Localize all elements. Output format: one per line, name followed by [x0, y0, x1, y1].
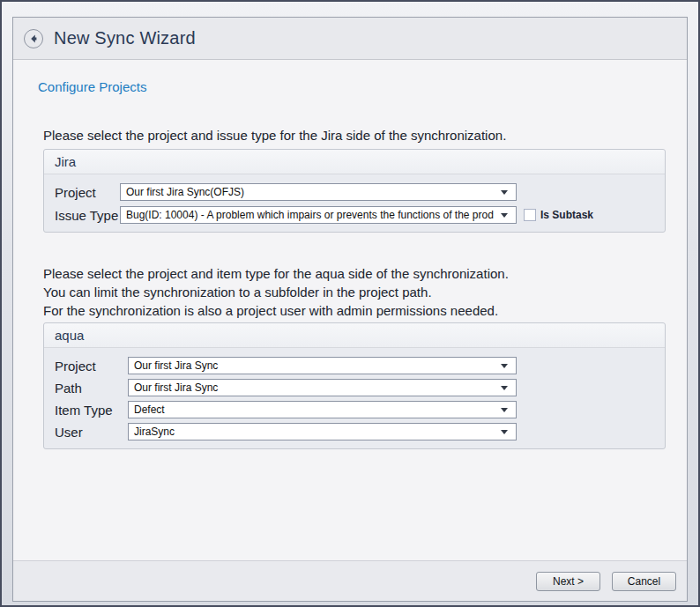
wizard-inner-frame: New Sync Wizard Configure Projects Pleas…	[12, 17, 688, 602]
wizard-content: Configure Projects Please select the pro…	[13, 60, 687, 560]
aqua-user-label: User	[55, 425, 128, 440]
jira-groupbox: Jira Project Our first Jira Sync(OFJS) I…	[43, 149, 666, 233]
aqua-user-combobox[interactable]: JiraSync	[128, 423, 517, 440]
aqua-instruction-line-1: Please select the project and item type …	[43, 264, 687, 283]
cancel-button[interactable]: Cancel	[612, 572, 676, 591]
wizard-window: New Sync Wizard Configure Projects Pleas…	[0, 0, 700, 607]
aqua-group-body: Project Our first Jira Sync Path Our fir…	[44, 348, 665, 448]
aqua-project-value: Our first Jira Sync	[134, 359, 494, 372]
chevron-down-icon	[501, 408, 508, 412]
back-button[interactable]	[24, 29, 43, 48]
aqua-item-type-row: Item Type Defect	[55, 401, 665, 418]
aqua-instruction-line-2: You can limit the synchronization to a s…	[43, 283, 687, 301]
chevron-down-icon	[501, 213, 508, 218]
aqua-item-type-value: Defect	[134, 403, 494, 416]
aqua-user-value: JiraSync	[134, 426, 494, 438]
aqua-project-row: Project Our first Jira Sync	[55, 357, 665, 374]
is-subtask-checkbox[interactable]	[524, 209, 536, 221]
chevron-down-icon	[501, 364, 508, 368]
aqua-instruction-text: Please select the project and item type …	[43, 264, 687, 320]
jira-project-label: Project	[55, 185, 120, 200]
jira-project-value: Our first Jira Sync(OFJS)	[126, 186, 494, 198]
titlebar: New Sync Wizard	[13, 18, 687, 60]
page-title: Configure Projects	[38, 79, 687, 94]
jira-project-combobox[interactable]: Our first Jira Sync(OFJS)	[120, 183, 517, 201]
aqua-group-title: aqua	[44, 323, 665, 348]
next-button[interactable]: Next >	[536, 572, 600, 591]
jira-group-title: Jira	[44, 150, 665, 174]
aqua-path-label: Path	[55, 381, 128, 396]
jira-issue-type-label: Issue Type	[55, 208, 120, 223]
back-arrow-icon	[28, 33, 39, 44]
chevron-down-icon	[501, 190, 508, 195]
jira-instruction-text: Please select the project and issue type…	[43, 126, 687, 144]
jira-group-body: Project Our first Jira Sync(OFJS) Issue …	[44, 174, 665, 232]
aqua-project-label: Project	[55, 359, 128, 374]
aqua-groupbox: aqua Project Our first Jira Sync Path Ou…	[43, 322, 666, 449]
jira-issue-type-combobox[interactable]: Bug(ID: 10004) - A problem which impairs…	[120, 206, 517, 224]
aqua-user-row: User JiraSync	[55, 423, 665, 440]
wizard-footer: Next > Cancel	[13, 560, 687, 601]
aqua-path-value: Our first Jira Sync	[134, 381, 494, 394]
window-title: New Sync Wizard	[54, 28, 196, 48]
aqua-path-row: Path Our first Jira Sync	[55, 379, 665, 396]
chevron-down-icon	[501, 430, 508, 434]
jira-issue-type-row: Issue Type Bug(ID: 10004) - A problem wh…	[55, 206, 665, 224]
aqua-item-type-combobox[interactable]: Defect	[128, 401, 517, 418]
chevron-down-icon	[501, 386, 508, 390]
aqua-item-type-label: Item Type	[55, 403, 128, 418]
aqua-instruction-line-3: For the synchronization is also a projec…	[43, 301, 687, 320]
jira-issue-type-value: Bug(ID: 10004) - A problem which impairs…	[126, 209, 494, 221]
aqua-project-combobox[interactable]: Our first Jira Sync	[128, 357, 517, 374]
is-subtask-label: Is Subtask	[540, 209, 593, 221]
jira-project-row: Project Our first Jira Sync(OFJS)	[55, 183, 665, 201]
aqua-path-combobox[interactable]: Our first Jira Sync	[128, 379, 517, 396]
